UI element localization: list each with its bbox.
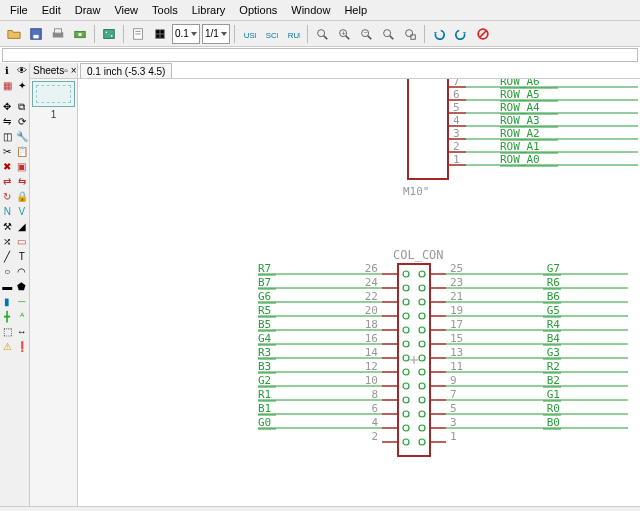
sheet-thumbnail[interactable] [32, 81, 75, 107]
command-input[interactable] [2, 48, 638, 62]
move-tool-icon[interactable]: ✥ [0, 99, 15, 114]
gateswap-tool-icon[interactable]: ⇆ [15, 174, 30, 189]
cancel-button[interactable] [473, 24, 493, 44]
polygon-tool-icon[interactable]: ⬟ [15, 279, 30, 294]
menu-help[interactable]: Help [338, 2, 373, 18]
erc-tool-icon[interactable]: ⚠ [0, 339, 15, 354]
zoom-out-button[interactable]: − [356, 24, 376, 44]
sheets-close-icon[interactable]: × [71, 65, 77, 76]
undo-button[interactable] [429, 24, 449, 44]
net-tool-icon[interactable]: ─ [15, 294, 30, 309]
sheets-pin-icon[interactable]: ▫ [64, 65, 68, 76]
net-label: ROW_A0 [500, 153, 540, 166]
wire-tool-icon[interactable]: ╱ [0, 249, 15, 264]
pinswap-tool-icon[interactable]: ⇄ [0, 174, 15, 189]
svg-point-138 [419, 313, 425, 319]
menu-options[interactable]: Options [233, 2, 283, 18]
change-tool-icon[interactable]: 🔧 [15, 129, 30, 144]
smash-tool-icon[interactable]: ⚒ [0, 219, 15, 234]
miter-tool-icon[interactable]: ◢ [15, 219, 30, 234]
rotate-tool-icon[interactable]: ⟳ [15, 114, 30, 129]
cam-button[interactable] [70, 24, 90, 44]
redo-button[interactable] [451, 24, 471, 44]
lock-tool-icon[interactable]: 🔒 [15, 189, 30, 204]
zoom-fit-button[interactable] [312, 24, 332, 44]
delete-tool-icon[interactable]: ✖ [0, 159, 15, 174]
net-label: R7 [258, 262, 271, 275]
sheet-icon[interactable] [128, 24, 148, 44]
menu-edit[interactable]: Edit [36, 2, 67, 18]
svg-text:6: 6 [371, 402, 378, 415]
net-label: B0 [547, 416, 560, 429]
menu-library[interactable]: Library [186, 2, 232, 18]
net-label: G4 [258, 332, 272, 345]
text-tool-icon[interactable]: T [15, 249, 30, 264]
net-label: R0 [547, 402, 560, 415]
net-label: G6 [258, 290, 271, 303]
add-tool-icon[interactable]: ▣ [15, 159, 30, 174]
svg-point-148 [419, 341, 425, 347]
run-button[interactable]: RUN [283, 24, 303, 44]
svg-text:4: 4 [453, 114, 460, 127]
group-tool-icon[interactable]: ◫ [0, 129, 15, 144]
zoom-in-button[interactable]: + [334, 24, 354, 44]
zoom-combo[interactable]: 1/1 [202, 24, 230, 44]
menu-window[interactable]: Window [285, 2, 336, 18]
junction-tool-icon[interactable]: ╋ [0, 309, 15, 324]
net-label: G7 [547, 262, 560, 275]
name-tool-icon[interactable]: N [0, 204, 15, 219]
net-label: R3 [258, 346, 271, 359]
svg-text:5: 5 [450, 402, 457, 415]
split-tool-icon[interactable]: ⤮ [0, 234, 15, 249]
circle-tool-icon[interactable]: ○ [0, 264, 15, 279]
net-label: G1 [547, 388, 560, 401]
script-button[interactable]: SCR [261, 24, 281, 44]
svg-text:25: 25 [450, 262, 463, 275]
show-tool-icon[interactable]: 👁 [15, 63, 30, 78]
svg-text:22: 22 [365, 290, 378, 303]
open-button[interactable] [4, 24, 24, 44]
attribute-tool-icon[interactable]: ⬚ [0, 324, 15, 339]
value-tool-icon[interactable]: V [15, 204, 30, 219]
sheets-panel: Sheets ▫ × 1 [30, 63, 78, 506]
mark-tool-icon[interactable]: ✦ [15, 78, 30, 93]
menu-view[interactable]: View [108, 2, 144, 18]
menu-file[interactable]: File [4, 2, 34, 18]
schematic-canvas[interactable]: M10" 7ROW_A66ROW_A55ROW_A44ROW_A33ROW_A2… [78, 79, 640, 506]
invoke-tool-icon[interactable]: ▭ [15, 234, 30, 249]
svg-point-110 [403, 411, 409, 417]
errors-tool-icon[interactable]: ❗ [15, 339, 30, 354]
bus-tool-icon[interactable]: ▮ [0, 294, 15, 309]
menu-tools[interactable]: Tools [146, 2, 184, 18]
layer-tool-icon[interactable]: ▦ [0, 78, 15, 93]
use-button[interactable]: USE [239, 24, 259, 44]
svg-text:7: 7 [450, 388, 457, 401]
zoom-redraw-button[interactable] [378, 24, 398, 44]
copy-tool-icon[interactable]: ⧉ [15, 99, 30, 114]
cut-tool-icon[interactable]: ✂ [0, 144, 15, 159]
board-button[interactable] [99, 24, 119, 44]
paste-tool-icon[interactable]: 📋 [15, 144, 30, 159]
svg-text:23: 23 [450, 276, 463, 289]
svg-point-23 [383, 29, 390, 36]
svg-text:21: 21 [450, 290, 463, 303]
net-label: B5 [258, 318, 271, 331]
svg-rect-1 [33, 34, 38, 38]
net-label: R1 [258, 388, 271, 401]
print-button[interactable] [48, 24, 68, 44]
svg-text:13: 13 [450, 346, 463, 359]
mirror-tool-icon[interactable]: ⇋ [0, 114, 15, 129]
menu-draw[interactable]: Draw [69, 2, 107, 18]
save-button[interactable] [26, 24, 46, 44]
zoom-select-button[interactable] [400, 24, 420, 44]
dimension-tool-icon[interactable]: ↔ [15, 324, 30, 339]
grid-button[interactable] [150, 24, 170, 44]
label-tool-icon[interactable]: ᴬ [15, 309, 30, 324]
rect-tool-icon[interactable]: ▬ [0, 279, 15, 294]
info-tool-icon[interactable]: ℹ [0, 63, 15, 78]
svg-point-183 [419, 439, 425, 445]
svg-point-178 [419, 425, 425, 431]
arc-tool-icon[interactable]: ◠ [15, 264, 30, 279]
replace-tool-icon[interactable]: ↻ [0, 189, 15, 204]
grid-size-combo[interactable]: 0.1 [172, 24, 200, 44]
